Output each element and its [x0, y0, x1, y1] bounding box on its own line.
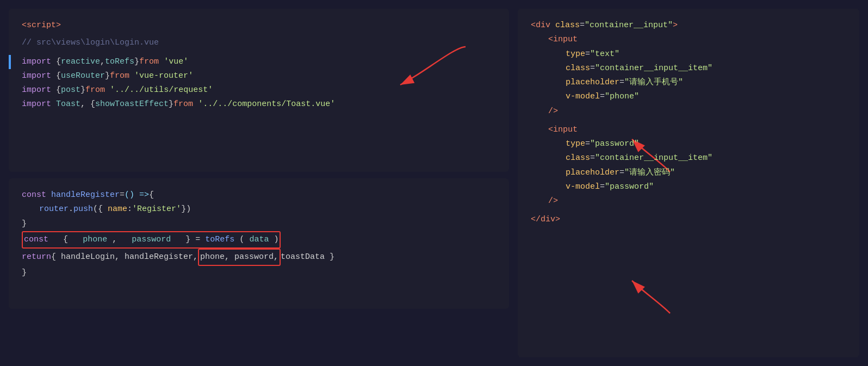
from-keyword3: from — [85, 83, 105, 97]
self-close-tag2: /> — [548, 194, 558, 208]
space8 — [193, 97, 198, 111]
comment-text: // src\views\login\Login.vue — [22, 36, 159, 50]
space7 — [51, 97, 56, 111]
line-class1: class = "container__input__item" — [531, 61, 846, 76]
sp5 — [73, 235, 78, 244]
line-div-close: </div> — [531, 213, 846, 227]
toast-string: '../../components/Toast.vue' — [198, 97, 335, 111]
eq5: = — [600, 90, 605, 104]
eq6: = — [585, 137, 590, 151]
const-kw2: const — [24, 235, 48, 244]
arrow-password — [627, 275, 692, 319]
line-close1: } — [22, 217, 496, 231]
vmodel-val2: "password" — [605, 180, 654, 194]
space4 — [129, 69, 134, 83]
router-obj: router — [39, 202, 69, 216]
from-keyword4: from — [173, 97, 193, 111]
comma: , — [100, 55, 105, 69]
brace-close4: } — [169, 97, 173, 111]
line-div-open: <div class = "container__input" > — [531, 18, 846, 33]
space6 — [105, 83, 110, 97]
space — [51, 55, 56, 69]
line-placeholder2: placeholder = "请输入密码" — [531, 166, 846, 180]
eq2: = — [585, 47, 590, 61]
brace-destr-close: } — [185, 235, 190, 244]
phone-var: phone — [83, 235, 107, 244]
paren1: ({ — [93, 202, 103, 216]
class-attr1: class — [566, 61, 590, 76]
line-script-tag: <script> — [22, 18, 496, 33]
highlighted-line: const { phone , password } = toRefs ( da… — [22, 231, 281, 249]
line-vmodel2: v-model = "password" — [531, 180, 846, 194]
line-router-push: router . push ({ name : 'Register' }) — [22, 202, 496, 216]
braces1: { — [56, 55, 61, 69]
brace-c2: } — [22, 266, 27, 280]
dot: . — [69, 202, 73, 216]
type-val1: "text" — [590, 47, 619, 61]
arrow: () => — [125, 188, 149, 202]
class-attr: class — [555, 18, 580, 33]
right-code-block: <div class = "container__input" > <input… — [518, 9, 859, 357]
vmodel-val1: "phone" — [605, 90, 639, 104]
from-keyword2: from — [110, 69, 129, 83]
paren3: ( — [239, 235, 244, 244]
return-kw: return — [22, 250, 51, 264]
line-return: return { handleLogin, handleRegister, ph… — [22, 249, 496, 266]
braces3: { — [56, 83, 61, 97]
class-val: "container__input" — [585, 18, 673, 33]
eq1: = — [580, 18, 585, 33]
keyword-import4: import — [22, 97, 51, 111]
sp8: { handleLogin, handleRegister, — [51, 250, 198, 264]
brace-c1: } — [22, 217, 27, 231]
line-input2: <input — [531, 123, 846, 137]
top-code-block: <script> // src\views\login\Login.vue im… — [9, 9, 509, 172]
sp6 — [122, 235, 127, 244]
sp2: = — [120, 188, 125, 202]
phone-pw-text: phone, password, — [200, 252, 278, 262]
eq7: = — [590, 151, 595, 165]
line-import2: import { useRouter } from 'vue-router' — [22, 69, 496, 83]
torefs: toRefs — [105, 55, 134, 69]
placeholder-attr2: placeholder — [566, 166, 619, 180]
self-close-tag1: /> — [548, 104, 558, 119]
showtoast: showToastEffect — [95, 97, 169, 111]
from-keyword: from — [139, 55, 159, 69]
vmodel-attr2: v-model — [566, 180, 600, 194]
name-attr: name — [108, 202, 127, 216]
sp3 — [103, 202, 108, 216]
handle-register-fn: handleRegister — [51, 188, 120, 202]
line-import4: import Toast , { showToastEffect } from … — [22, 97, 496, 111]
space2 — [159, 55, 164, 69]
equals: = — [195, 235, 205, 244]
utils-string: '../../utils/request' — [110, 83, 213, 97]
toast-name: Toast — [56, 97, 80, 111]
data-arg: data — [249, 235, 269, 244]
colon: : — [127, 202, 132, 216]
type-attr1: type — [566, 47, 585, 61]
div-close-bracket: > — [673, 18, 678, 33]
eq8: = — [619, 166, 624, 180]
line-type1: type = "text" — [531, 47, 846, 61]
left-column: <script> // src\views\login\Login.vue im… — [9, 9, 509, 357]
vue-router-string: 'vue-router' — [134, 69, 193, 83]
sp7 — [176, 235, 181, 244]
space5 — [51, 83, 56, 97]
placeholder-attr1: placeholder — [566, 76, 619, 90]
line-handle-register: const handleRegister = () => { — [22, 188, 496, 202]
class-val1: "container__input__item" — [595, 61, 712, 76]
input-tag1: <input — [548, 33, 578, 47]
push-fn: push — [73, 202, 93, 216]
sp9: toastData } — [281, 250, 334, 264]
keyword-import3: import — [22, 83, 51, 97]
line-import3: import { post } from '../../utils/reques… — [22, 83, 496, 97]
brace-close3: } — [80, 83, 85, 97]
placeholder-val1: "请输入手机号" — [624, 76, 683, 90]
braces2: { — [56, 69, 61, 83]
bottom-code-block: const handleRegister = () => { router . … — [9, 178, 509, 309]
torefs-fn: toRefs — [205, 235, 234, 244]
paren4: ) — [274, 235, 278, 244]
brace-destr: { — [63, 235, 68, 244]
brace-close: } — [134, 55, 139, 69]
eq4: = — [619, 76, 624, 90]
post: post — [61, 83, 80, 97]
